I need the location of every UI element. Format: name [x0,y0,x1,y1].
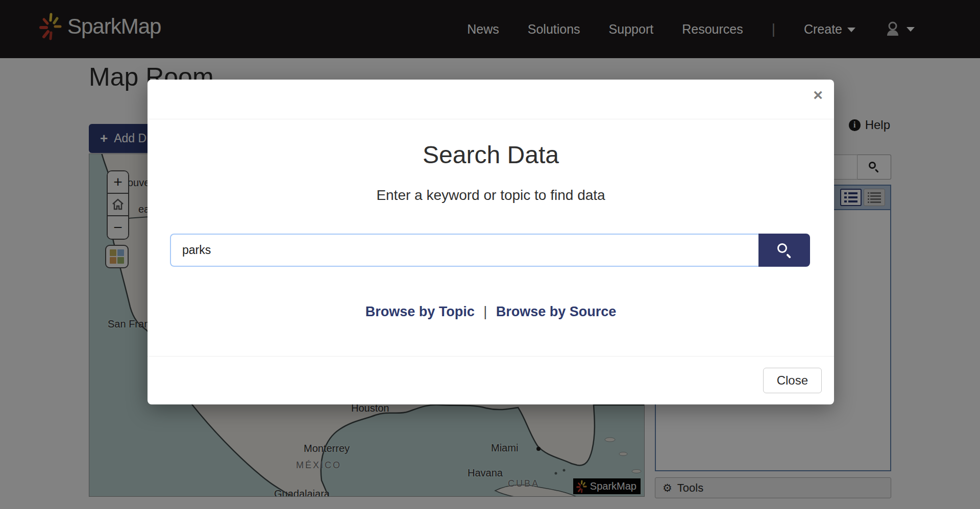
modal-title: Search Data [148,141,834,169]
link-separator: | [483,304,487,319]
browse-links: Browse by Topic | Browse by Source [148,304,834,320]
modal-subtitle: Enter a keyword or topic to find data [148,187,834,203]
modal-header: × [148,80,834,119]
search-submit-button[interactable] [758,234,810,267]
keyword-search-input[interactable] [170,234,758,267]
search-data-modal: × Search Data Enter a keyword or topic t… [148,80,834,404]
close-button[interactable]: Close [763,368,822,393]
modal-search-row [170,234,810,267]
browse-by-source-link[interactable]: Browse by Source [496,304,617,319]
browse-by-topic-link[interactable]: Browse by Topic [365,304,475,319]
modal-footer: Close [148,356,834,404]
close-icon[interactable]: × [813,87,823,103]
search-icon [777,243,792,258]
